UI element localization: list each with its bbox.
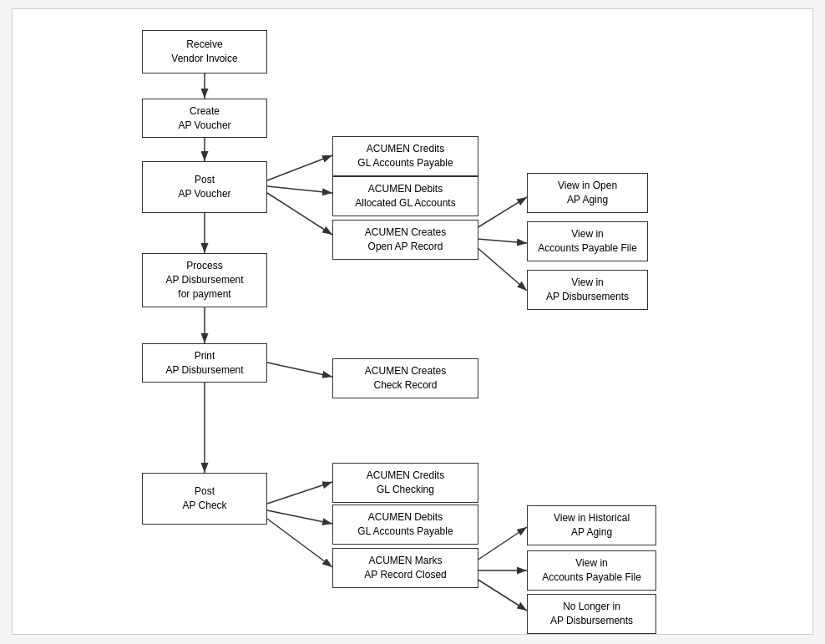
acumen-debits-allocated-box: ACUMEN DebitsAllocated GL Accounts: [332, 176, 478, 216]
svg-line-13: [267, 482, 332, 504]
svg-line-18: [477, 579, 527, 611]
acumen-marks-ap-closed-label: ACUMEN MarksAP Record Closed: [364, 554, 447, 582]
svg-line-8: [267, 193, 332, 235]
acumen-credits-gl-checking-box: ACUMEN CreditsGL Checking: [332, 463, 478, 503]
svg-line-12: [267, 363, 332, 377]
view-historical-ap-aging-box: View in HistoricalAP Aging: [527, 505, 656, 545]
view-historical-ap-aging-label: View in HistoricalAP Aging: [554, 511, 630, 540]
acumen-creates-open-ap-label: ACUMEN CreatesOpen AP Record: [365, 226, 446, 254]
svg-line-7: [267, 186, 332, 193]
svg-line-16: [477, 527, 527, 560]
post-ap-voucher-box: PostAP Voucher: [142, 161, 267, 213]
acumen-creates-check-label: ACUMEN CreatesCheck Record: [365, 364, 446, 393]
create-ap-voucher-label: CreateAP Voucher: [178, 104, 230, 133]
diagram-container: ReceiveVendor Invoice CreateAP Voucher P…: [12, 8, 813, 635]
view-accounts-payable-file-1-box: View inAccounts Payable File: [527, 221, 648, 261]
svg-line-6: [267, 155, 332, 180]
process-ap-disbursement-box: ProcessAP Disbursementfor payment: [142, 253, 267, 307]
acumen-marks-ap-closed-box: ACUMEN MarksAP Record Closed: [332, 548, 478, 588]
svg-line-14: [267, 510, 332, 524]
process-ap-disbursement-label: ProcessAP Disbursementfor payment: [165, 259, 243, 301]
no-longer-ap-disbursements-box: No Longer inAP Disbursements: [527, 594, 656, 634]
acumen-creates-check-box: ACUMEN CreatesCheck Record: [332, 358, 478, 398]
post-ap-voucher-label: PostAP Voucher: [178, 173, 230, 201]
create-ap-voucher-box: CreateAP Voucher: [142, 99, 267, 138]
print-ap-disbursement-label: PrintAP Disbursement: [165, 349, 243, 378]
acumen-debits-allocated-label: ACUMEN DebitsAllocated GL Accounts: [355, 182, 455, 210]
receive-vendor-invoice-box: ReceiveVendor Invoice: [142, 30, 267, 74]
view-open-ap-aging-box: View in OpenAP Aging: [527, 173, 648, 213]
acumen-credits-gl-ap-box: ACUMEN CreditsGL Accounts Payable: [332, 136, 478, 176]
no-longer-ap-disbursements-label: No Longer inAP Disbursements: [550, 600, 633, 628]
svg-line-11: [477, 247, 527, 291]
post-ap-check-label: PostAP Check: [182, 484, 226, 513]
acumen-credits-gl-checking-label: ACUMEN CreditsGL Checking: [367, 469, 444, 497]
view-accounts-payable-file-1-label: View inAccounts Payable File: [538, 227, 637, 256]
post-ap-check-box: PostAP Check: [142, 473, 267, 525]
view-accounts-payable-file-2-box: View inAccounts Payable File: [527, 550, 656, 591]
print-ap-disbursement-box: PrintAP Disbursement: [142, 343, 267, 383]
view-accounts-payable-file-2-label: View inAccounts Payable File: [542, 556, 641, 585]
view-open-ap-aging-label: View in OpenAP Aging: [558, 179, 617, 207]
view-ap-disbursements-box: View inAP Disbursements: [527, 270, 648, 310]
svg-line-9: [477, 197, 527, 228]
acumen-debits-gl-ap-box: ACUMEN DebitsGL Accounts Payable: [332, 505, 478, 545]
acumen-debits-gl-ap-label: ACUMEN DebitsGL Accounts Payable: [357, 510, 453, 539]
svg-line-15: [267, 519, 332, 567]
acumen-credits-gl-ap-label: ACUMEN CreditsGL Accounts Payable: [357, 142, 453, 170]
svg-line-10: [477, 239, 527, 243]
view-ap-disbursements-label: View inAP Disbursements: [546, 276, 629, 304]
receive-vendor-invoice-label: ReceiveVendor Invoice: [171, 38, 237, 66]
acumen-creates-open-ap-box: ACUMEN CreatesOpen AP Record: [332, 220, 478, 260]
